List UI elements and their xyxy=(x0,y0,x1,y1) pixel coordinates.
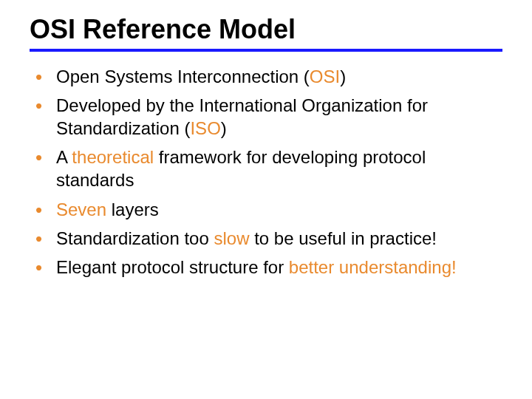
text-highlight: ! xyxy=(451,257,457,277)
text-highlight: Seven xyxy=(56,200,106,219)
page-title: OSI Reference Model xyxy=(30,15,502,44)
list-item: A theoretical framework for developing p… xyxy=(35,146,502,197)
list-item: Seven layers xyxy=(35,198,502,227)
text-plain: Developed by the International Organizat… xyxy=(56,95,428,138)
text-plain: A xyxy=(56,147,72,167)
slide: OSI Reference Model Open Systems Interco… xyxy=(0,0,532,399)
list-item: Developed by the International Organizat… xyxy=(35,94,502,146)
bullet-list: Open Systems Interconnection (OSI) Devel… xyxy=(30,65,502,285)
text-plain: layers xyxy=(106,200,159,219)
text-plain: to be useful in practice! xyxy=(250,228,437,248)
text-highlight: theoretical xyxy=(72,147,154,167)
text-highlight: ISO xyxy=(190,118,220,138)
text-highlight: better understanding xyxy=(289,257,451,277)
text-highlight: OSI xyxy=(310,66,340,86)
list-item: Open Systems Interconnection (OSI) xyxy=(35,65,502,94)
text-plain: Standardization too xyxy=(56,228,214,248)
text-plain: Elegant protocol structure for xyxy=(56,257,289,277)
text-plain: Open Systems Interconnection ( xyxy=(56,66,310,86)
title-underline xyxy=(30,49,502,52)
text-highlight: slow xyxy=(214,228,249,248)
text-plain: ) xyxy=(221,118,227,138)
text-plain: ) xyxy=(340,66,346,86)
list-item: Standardization too slow to be useful in… xyxy=(35,227,502,256)
list-item: Elegant protocol structure for better un… xyxy=(35,256,502,284)
